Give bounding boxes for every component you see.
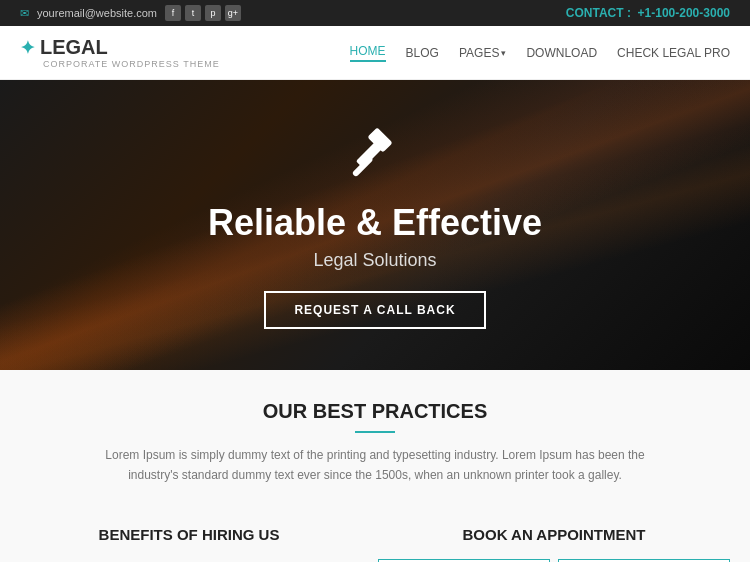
- hero-title: Reliable & Effective: [208, 202, 542, 244]
- pinterest-icon[interactable]: p: [205, 5, 221, 21]
- appointment-column: BOOK AN APPOINTMENT SUBMIT: [378, 526, 730, 562]
- best-practices-description: Lorem Ipsum is simply dummy text of the …: [85, 445, 665, 486]
- email-icon: ✉: [20, 7, 29, 20]
- best-practices-title: OUR BEST PRACTICES: [40, 400, 710, 423]
- top-bar: ✉ youremail@website.com f t p g+ CONTACT…: [0, 0, 750, 26]
- logo: ✦ LEGAL CORPORATE WORDPRESS THEME: [20, 36, 220, 69]
- nav-check-legal[interactable]: CHECK LEGAL PRO: [617, 46, 730, 60]
- benefits-column: BENEFITS OF HIRING US Legal Solutions: [20, 526, 358, 562]
- nav-download[interactable]: DOWNLOAD: [526, 46, 597, 60]
- header: ✦ LEGAL CORPORATE WORDPRESS THEME HOME B…: [0, 26, 750, 80]
- logo-title: ✦ LEGAL: [20, 36, 220, 59]
- logo-text: LEGAL: [40, 36, 108, 59]
- chevron-down-icon: ▾: [501, 48, 506, 58]
- gavel-icon: [208, 121, 542, 192]
- contact-number[interactable]: +1-100-200-3000: [638, 6, 730, 20]
- nav-pages[interactable]: PAGES ▾: [459, 46, 506, 60]
- email-address: youremail@website.com: [37, 7, 157, 19]
- nav-home[interactable]: HOME: [350, 44, 386, 62]
- social-icons: f t p g+: [165, 5, 241, 21]
- section-divider: [355, 431, 395, 433]
- two-col-section: BENEFITS OF HIRING US Legal Solutions: [0, 506, 750, 562]
- nav-pages-label: PAGES: [459, 46, 499, 60]
- benefits-title: BENEFITS OF HIRING US: [20, 526, 358, 543]
- hero-section: Reliable & Effective Legal Solutions REQ…: [0, 80, 750, 370]
- contact-label: CONTACT :: [566, 6, 631, 20]
- googleplus-icon[interactable]: g+: [225, 5, 241, 21]
- facebook-icon[interactable]: f: [165, 5, 181, 21]
- main-nav: HOME BLOG PAGES ▾ DOWNLOAD CHECK LEGAL P…: [350, 44, 730, 62]
- hero-content: Reliable & Effective Legal Solutions REQ…: [208, 121, 542, 329]
- top-bar-contact: CONTACT : +1-100-200-3000: [566, 6, 730, 20]
- best-practices-section: OUR BEST PRACTICES Lorem Ipsum is simply…: [0, 370, 750, 506]
- nav-blog[interactable]: BLOG: [406, 46, 439, 60]
- top-bar-left: ✉ youremail@website.com f t p g+: [20, 5, 241, 21]
- logo-icon: ✦: [20, 37, 35, 59]
- logo-subtitle: CORPORATE WORDPRESS THEME: [43, 59, 220, 69]
- appointment-title: BOOK AN APPOINTMENT: [378, 526, 730, 543]
- twitter-icon[interactable]: t: [185, 5, 201, 21]
- request-call-back-button[interactable]: REQUEST A CALL BACK: [264, 291, 485, 329]
- hero-subtitle: Legal Solutions: [208, 250, 542, 271]
